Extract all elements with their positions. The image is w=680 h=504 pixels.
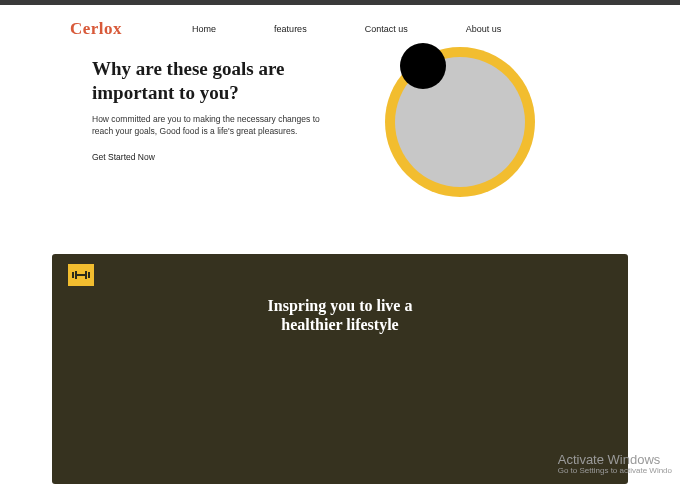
page-root: Cerlox Home features Contact us About us… xyxy=(0,5,680,484)
main-nav: Home features Contact us About us xyxy=(192,24,501,34)
nav-contact[interactable]: Contact us xyxy=(365,24,408,34)
nav-about[interactable]: About us xyxy=(466,24,502,34)
header: Cerlox Home features Contact us About us xyxy=(0,5,680,49)
hero-subtitle: How committed are you to making the nece… xyxy=(92,113,342,139)
dumbbell-icon xyxy=(72,270,90,280)
svg-rect-3 xyxy=(85,271,87,279)
dumbbell-badge xyxy=(68,264,94,286)
hero-section: Why are these goals are important to you… xyxy=(0,49,680,254)
hero-graphic xyxy=(385,47,535,197)
svg-rect-0 xyxy=(72,272,74,278)
yellow-ring xyxy=(385,47,535,197)
brand-logo[interactable]: Cerlox xyxy=(70,19,122,39)
svg-rect-1 xyxy=(75,271,77,279)
nav-home[interactable]: Home xyxy=(192,24,216,34)
hero-title: Why are these goals are important to you… xyxy=(92,57,352,105)
nav-features[interactable]: features xyxy=(274,24,307,34)
black-circle xyxy=(400,43,446,89)
svg-rect-2 xyxy=(77,274,85,276)
get-started-button[interactable]: Get Started Now xyxy=(92,152,155,162)
inspire-section: Inspring you to live a healthier lifesty… xyxy=(52,254,628,484)
inspire-title: Inspring you to live a healthier lifesty… xyxy=(240,296,440,334)
svg-rect-4 xyxy=(88,272,90,278)
